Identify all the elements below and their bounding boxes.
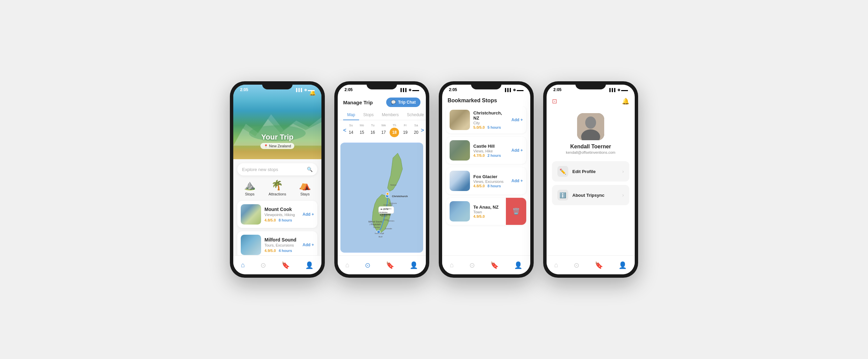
menu-item-edit-profile[interactable]: ✏️ Edit Profile › [552, 161, 629, 182]
bookmark-add-1[interactable]: Add + [511, 148, 523, 153]
svg-point-28 [585, 117, 596, 129]
nav-map-4[interactable]: ⊙ [574, 261, 579, 269]
search-icon[interactable]: 🔍 [307, 167, 313, 172]
status-time-2: 2:05 [344, 87, 353, 92]
profile-avatar-section: Kendall Toerner kendall@offsetinventions… [552, 108, 629, 161]
bottom-nav-3: ⌂ ⊙ 🔖 👤 [442, 255, 530, 274]
hero-title-area: Your Trip 📍 New Zealand [233, 133, 321, 149]
bookmark-dur-1: 2 hours [488, 153, 501, 157]
bottom-nav-1: ⌂ ⊙ 🔖 👤 [233, 255, 321, 274]
svg-point-6 [386, 192, 389, 195]
nav-home-3[interactable]: ⌂ [450, 261, 454, 269]
bookmark-card-2[interactable]: Fox Glacier Views, Excursions 4.8/5.0 8 … [446, 167, 526, 194]
svg-text:Winton: Winton [381, 215, 387, 217]
tab-members[interactable]: Members [378, 110, 403, 120]
tab-schedule[interactable]: Schedule [403, 110, 426, 120]
bookmark-rating-0: 5.0/5.0 [473, 125, 485, 129]
category-stops[interactable]: ⛰️ Stops [244, 180, 256, 196]
nav-profile-4[interactable]: 👤 [618, 261, 627, 269]
nav-home-2[interactable]: ⌂ [346, 261, 350, 269]
bookmark-card-3[interactable]: Te Anau, NZ Town 4.9/5.0 Add + 🗑️ [446, 198, 526, 225]
status-time-4: 2:05 [553, 87, 561, 92]
stop-meta-2: 4.9/5.0 4 hours [264, 249, 299, 253]
nav-home-4[interactable]: ⌂ [554, 261, 558, 269]
trip-chat-btn[interactable]: 💬 Trip Chat [386, 98, 420, 107]
cal-day-0[interactable]: Su 14 [346, 124, 356, 137]
nav-bookmark-1[interactable]: 🔖 [281, 261, 290, 269]
cal-day-num-5: 19 [400, 128, 410, 137]
delete-btn-3[interactable]: 🗑️ [506, 198, 526, 225]
cal-day-name-5: Fr [404, 124, 407, 127]
nav-profile-2[interactable]: 👤 [410, 261, 418, 269]
nav-bookmark-3[interactable]: 🔖 [490, 261, 499, 269]
bookmark-info-2: Fox Glacier Views, Excursions 4.8/5.0 8 … [473, 174, 508, 188]
nav-bookmark-4[interactable]: 🔖 [595, 261, 603, 269]
cal-day-5[interactable]: Fr 19 [400, 124, 410, 137]
tab-map[interactable]: Map [343, 110, 359, 120]
stops-label: Stops [245, 192, 254, 196]
nav-home-1[interactable]: ⌂ [241, 261, 245, 269]
notch-3 [471, 81, 501, 89]
cal-prev[interactable]: < [343, 127, 346, 133]
chat-icon: 💬 [391, 100, 396, 105]
add-btn-2[interactable]: Add + [302, 242, 314, 247]
cal-day-1[interactable]: Mo 15 [357, 124, 367, 137]
bookmark-thumb-3 [450, 201, 470, 221]
bookmark-info-3: Te Anau, NZ Town 4.9/5.0 [473, 205, 508, 218]
nav-map-2[interactable]: ⊙ [365, 261, 371, 269]
cal-day-4[interactable]: Th 18 [390, 124, 399, 137]
search-placeholder: Explore new stops [242, 167, 278, 172]
nav-profile-3[interactable]: 👤 [514, 261, 522, 269]
category-stays[interactable]: ⛺ Stays [299, 180, 311, 196]
bookmark-add-0[interactable]: Add + [511, 118, 523, 122]
hero-title: Your Trip [233, 133, 321, 142]
notch-1 [262, 81, 293, 89]
stays-emoji: ⛺ [299, 180, 311, 191]
stops-emoji: ⛰️ [244, 180, 256, 191]
stop-info-1: Mount Cook Viewpoints, Hiking 4.8/5.0 8 … [264, 207, 299, 222]
cal-next[interactable]: > [421, 127, 424, 133]
bookmark-card-0[interactable]: Christchurch, NZ City 5.0/5.0 5 hours Ad… [446, 106, 526, 133]
nav-profile-1[interactable]: 👤 [305, 261, 314, 269]
menu-item-about[interactable]: ℹ️ About Tripsync › [552, 185, 629, 205]
stop-card-2[interactable]: Milford Sound Tours, Excursions 4.9/5.0 … [237, 231, 317, 255]
map-container[interactable]: Christchurch New Zealand Milford Sound /… [340, 143, 423, 253]
nav-bookmark-2[interactable]: 🔖 [386, 261, 394, 269]
add-btn-1[interactable]: Add + [302, 212, 314, 217]
status-icons-2: ▌▌▌ ⊛ ▬▬ [400, 88, 419, 92]
svg-text:Timaru: Timaru [386, 208, 391, 210]
bookmark-meta-0: 5.0/5.0 5 hours [473, 125, 508, 129]
bookmark-add-2[interactable]: Add + [511, 178, 523, 183]
back-icon[interactable]: ⊡ [552, 98, 557, 105]
hero-location: 📍 New Zealand [260, 143, 295, 149]
cal-day-3[interactable]: We 17 [379, 124, 388, 137]
bookmark-card-1[interactable]: Castle Hill Views, Hike 4.7/5.0 2 hours … [446, 137, 526, 164]
category-attractions[interactable]: 🌴 Attractions [269, 180, 286, 196]
cal-day-name-4: Th [393, 124, 396, 127]
bookmark-info-0: Christchurch, NZ City 5.0/5.0 5 hours [473, 110, 508, 129]
phone-4: 2:05 ▌▌▌ ⊛ ▬▬ ⊡ 🔔 Kend [543, 81, 638, 278]
stop-tags-2: Tours, Excursions [264, 243, 299, 247]
stop-card-1[interactable]: Mount Cook Viewpoints, Hiking 4.8/5.0 8 … [237, 201, 317, 228]
cal-day-6[interactable]: Sa 20 [411, 124, 421, 137]
bookmark-meta-1: 4.7/5.0 2 hours [473, 153, 508, 157]
cal-day-2[interactable]: Tu 16 [368, 124, 377, 137]
tab-stops[interactable]: Stops [359, 110, 378, 120]
nav-map-3[interactable]: ⊙ [469, 261, 475, 269]
svg-text:Otautau: Otautau [373, 226, 380, 228]
bookmark-dur-0: 5 hours [488, 125, 501, 129]
search-bar[interactable]: Explore new stops 🔍 [237, 163, 317, 175]
bell-icon-4[interactable]: 🔔 [622, 98, 629, 105]
bookmark-type-0: City [473, 121, 508, 125]
about-label: About Tripsync [572, 193, 618, 198]
bottom-nav-4: ⌂ ⊙ 🔖 👤 [547, 255, 635, 274]
stop-duration-1: 8 hours [279, 218, 292, 222]
avatar [577, 113, 604, 140]
bookmark-meta-2: 4.8/5.0 8 hours [473, 184, 508, 188]
cal-days: Su 14 Mo 15 Tu 16 We 17 [346, 124, 421, 137]
svg-text:Invercargill: Invercargill [375, 232, 384, 234]
bookmark-name-3: Te Anau, NZ [473, 205, 508, 210]
nav-map-1[interactable]: ⊙ [260, 261, 266, 269]
attractions-emoji: 🌴 [271, 180, 283, 191]
edit-profile-label: Edit Profile [572, 169, 618, 174]
